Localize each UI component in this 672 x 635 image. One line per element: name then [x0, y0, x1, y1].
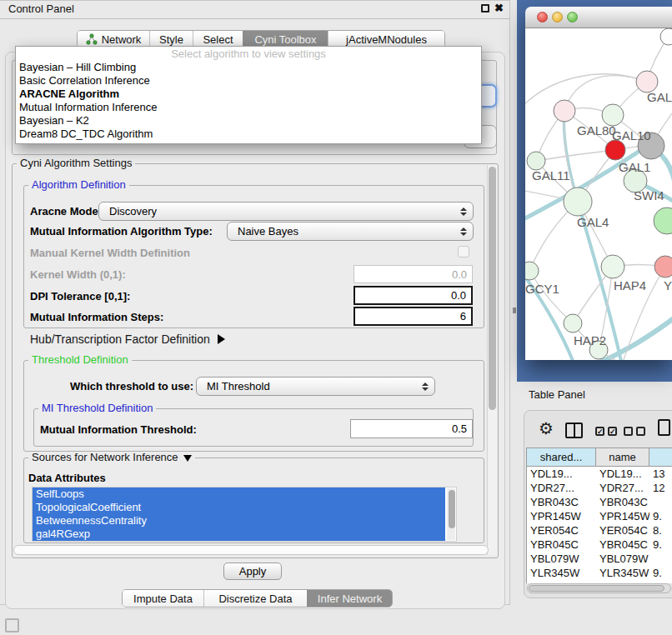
control-panel-title: Control Panel — [8, 0, 74, 18]
table-row[interactable]: YDR27...YDR27...12 — [527, 481, 672, 495]
kernel-width-input[interactable]: 0.0 — [354, 265, 473, 283]
table-horizontal-scrollbar[interactable] — [527, 583, 671, 593]
tab-style[interactable]: Style — [149, 31, 193, 48]
tab-infer-network[interactable]: Infer Network — [307, 590, 392, 607]
column-header-shared-name[interactable]: shared... — [527, 448, 596, 466]
node-right-green[interactable] — [654, 208, 672, 234]
table-row[interactable]: YBR043CYBR043C — [527, 495, 672, 509]
tab-jactivemnodules[interactable]: jActiveMNodules — [328, 31, 444, 48]
splitter-handle[interactable] — [513, 308, 516, 313]
label-y-partial: Y — [664, 278, 672, 292]
node-gal80[interactable] — [554, 100, 575, 122]
label-gal1: GAL1 — [619, 160, 650, 174]
which-threshold-select[interactable]: MI Threshold — [196, 377, 435, 396]
manual-kernel-label: Manual Kernel Width Definition — [30, 247, 190, 259]
column-header-name[interactable]: name — [596, 448, 649, 466]
menu-item-dream8[interactable]: Dream8 DC_TDC Algorithm — [16, 128, 481, 141]
attribute-gal4rgexp[interactable]: gal4RGexp — [33, 528, 445, 541]
attribute-betweennesscentrality[interactable]: BetweennessCentrality — [33, 514, 445, 528]
mi-steps-input[interactable]: 6 — [354, 307, 473, 326]
attribute-selfloops[interactable]: SelfLoops — [33, 488, 445, 501]
tab-select[interactable]: Select — [193, 31, 243, 48]
table-row[interactable]: YDL19...YDL19...13 — [527, 467, 672, 481]
node-hap2[interactable] — [564, 314, 582, 332]
tab-network-label: Network — [102, 33, 142, 46]
label-gcy1: GCY1 — [525, 282, 559, 296]
mi-threshold-group-title: MI Threshold Definition — [38, 402, 156, 414]
node-table: shared... name YDL19...YDL19...13 YDR27.… — [526, 448, 672, 583]
mi-steps-label: Mutual Information Steps: — [30, 311, 163, 323]
node-gcy1[interactable] — [525, 262, 539, 280]
label-gal80: GAL80 — [577, 123, 616, 138]
table-row[interactable]: YER054CYER054C8. — [527, 523, 672, 538]
threshold-definition-title: Threshold Definition — [28, 354, 132, 366]
table-row[interactable]: YBL079WYBL079W — [527, 552, 672, 566]
label-hap2: HAP2 — [574, 333, 606, 348]
network-canvas[interactable]: GAL GAL80 GAL10 GAL1 GAL11 SWI4 GAL4 GCY… — [525, 28, 672, 360]
network-graph: GAL GAL80 GAL10 GAL1 GAL11 SWI4 GAL4 GCY… — [525, 28, 672, 360]
node-gal1-red[interactable] — [605, 140, 625, 160]
select-all-columns-icon[interactable]: ✓ ✓ — [595, 427, 617, 436]
label-gal4: GAL4 — [577, 215, 609, 229]
which-threshold-label: Which threshold to use: — [70, 380, 193, 392]
menu-item-mutual-information[interactable]: Mutual Information Inference — [16, 101, 481, 114]
table-row[interactable]: YPR145WYPR145W9. — [527, 509, 672, 523]
bottom-corner-icon[interactable] — [5, 618, 19, 632]
column-header-partial[interactable] — [649, 448, 672, 466]
node-y-partial[interactable] — [654, 256, 672, 278]
node-gal4[interactable] — [564, 188, 592, 216]
dropdown-hint: Select algorithm to view settings — [16, 47, 481, 61]
new-table-icon[interactable] — [658, 419, 670, 436]
cyni-settings-title: Cyni Algorithm Settings — [17, 158, 135, 169]
deselect-columns-icon[interactable] — [624, 427, 645, 436]
network-icon — [86, 33, 98, 45]
gear-icon[interactable]: ⚙ — [539, 420, 554, 437]
minimize-button[interactable] — [552, 12, 563, 22]
split-view-icon[interactable] — [565, 422, 583, 438]
table-row[interactable]: YLR345WYLR345W9. — [527, 566, 672, 580]
table-scrollbar-thumb[interactable] — [529, 585, 664, 592]
manual-kernel-checkbox[interactable] — [458, 246, 469, 258]
dpi-tolerance-input[interactable]: 0.0 — [354, 286, 473, 305]
settings-scrollbar[interactable] — [487, 165, 497, 555]
label-swi4: SWI4 — [634, 188, 664, 202]
table-panel-title: Table Panel — [529, 388, 585, 401]
float-window-icon[interactable] — [481, 4, 489, 12]
mi-type-label: Mutual Information Algorithm Type: — [30, 225, 213, 238]
data-attributes-label: Data Attributes — [28, 472, 106, 484]
zoom-button[interactable] — [567, 12, 578, 22]
attributes-scrollbar-thumb[interactable] — [449, 490, 455, 528]
data-attributes-list: SelfLoops TopologicalCoefficient Between… — [32, 487, 457, 542]
network-window-titlebar[interactable] — [525, 7, 672, 28]
settings-scrollbar-thumb[interactable] — [489, 167, 496, 410]
hub-definition-expander[interactable]: Hub/Transcription Factor Definition — [30, 332, 225, 346]
algorithm-definition-title: Algorithm Definition — [28, 179, 129, 191]
tab-impute-data[interactable]: Impute Data — [123, 590, 203, 607]
combo-arrows-icon — [460, 202, 467, 220]
tab-cyni-toolbox[interactable]: Cyni Toolbox — [243, 31, 328, 48]
attribute-topologicalcoefficient[interactable]: TopologicalCoefficient — [33, 501, 445, 514]
table-row[interactable]: YBR045CYBR045C9. — [527, 538, 672, 552]
tab-discretize-data[interactable]: Discretize Data — [203, 590, 307, 607]
mi-threshold-input[interactable]: 0.5 — [350, 419, 473, 438]
label-gal11: GAL11 — [532, 168, 570, 182]
apply-button[interactable]: Apply — [223, 562, 282, 580]
menu-item-aracne[interactable]: ARACNE Algorithm — [16, 88, 481, 101]
close-button[interactable] — [537, 12, 548, 22]
node-hap4[interactable] — [601, 255, 624, 278]
dpi-tolerance-label: DPI Tolerance [0,1]: — [30, 290, 130, 302]
menu-item-bayesian-k2[interactable]: Bayesian – K2 — [16, 114, 481, 128]
node-gal11[interactable] — [527, 152, 545, 170]
mi-threshold-label: Mutual Information Threshold: — [40, 423, 197, 436]
menu-item-basic-correlation[interactable]: Basic Correlation Inference — [16, 74, 481, 88]
node-top-right[interactable] — [660, 28, 672, 45]
cyni-bottom-tabbar: Impute Data Discretize Data Infer Networ… — [122, 589, 393, 608]
close-panel-icon[interactable]: ✖ — [494, 2, 504, 14]
aracne-mode-select[interactable]: Discovery — [98, 202, 474, 221]
settings-horizontal-scrollbar[interactable] — [13, 545, 489, 555]
mi-type-select[interactable]: Naive Bayes — [227, 222, 474, 241]
menu-item-bayesian-hill-climbing[interactable]: Bayesian – Hill Climbing — [16, 61, 481, 74]
label-gal10: GAL10 — [612, 128, 651, 142]
tab-network[interactable]: Network — [78, 31, 149, 48]
sources-group-title[interactable]: Sources for Network Inference — [28, 452, 195, 463]
